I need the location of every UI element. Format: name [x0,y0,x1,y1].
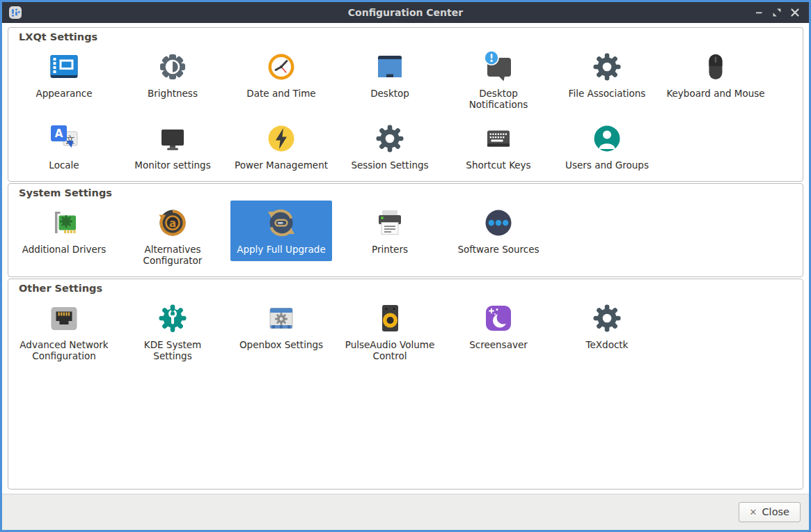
desktop-icon [372,49,408,85]
section-title: LXQt Settings [10,30,801,45]
window-title: Configuration Center [2,7,809,18]
launcher-printers[interactable]: Printers [339,201,441,261]
footer-bar: ✕ Close [2,494,809,530]
launcher-label: Screensaver [449,340,548,351]
launcher-keyboard-and-mouse[interactable]: Keyboard and Mouse [665,45,766,105]
launcher-label: Alternatives Configurator [123,244,222,267]
power-bolt-icon [263,120,299,157]
launcher-label: Power Management [232,160,331,171]
launcher-label: Locale [15,160,113,171]
configuration-center-icon [8,6,22,19]
launcher-screensaver[interactable]: Screensaver [448,296,549,357]
section-other-settings: Other Settings Advanced Network Configur… [8,279,803,490]
launcher-locale[interactable]: 文 A Locale [13,116,115,177]
configuration-center-window: Configuration Center LXQt Settings [0,0,811,532]
launcher-label: TeXdoctk [558,340,656,351]
wrench-gear-icon [155,300,191,336]
launcher-label: Monitor settings [123,160,222,171]
gear-icon [372,120,408,157]
svg-text:A: A [55,127,63,140]
upgrade-refresh-icon [263,205,299,241]
launcher-texdoctk[interactable]: TeXdoctk [556,296,658,357]
gear-icon [589,300,625,336]
launcher-alternatives-configurator[interactable]: a Alternatives Configurator [122,201,223,272]
clock-icon [263,49,299,85]
launcher-openbox-settings[interactable]: Openbox Settings [230,296,332,357]
mouse-icon [698,49,734,85]
launcher-label: Openbox Settings [232,340,331,351]
launcher-label: Printers [340,244,439,256]
window-controls [753,7,809,19]
titlebar[interactable]: Configuration Center [2,2,809,23]
launcher-label: Desktop [340,88,439,100]
launcher-software-sources[interactable]: Software Sources [448,201,549,261]
launcher-grid: Advanced Network Configuration KDE Syste… [10,296,801,368]
speaker-icon [372,300,408,336]
launcher-label: PulseAudio Volume Control [340,340,439,362]
user-circle-icon [589,120,625,157]
translate-icon: 文 A [46,120,82,157]
launcher-grid: Additional Drivers a Alternatives Config… [10,201,801,272]
close-button-label: Close [762,506,790,517]
ethernet-port-icon [46,300,82,336]
monitor-icon [155,120,191,157]
section-title: System Settings [10,186,801,201]
launcher-apply-full-upgrade[interactable]: Apply Full Upgrade [230,201,332,261]
launcher-session-settings[interactable]: Session Settings [339,116,441,177]
launcher-appearance[interactable]: Appearance [13,45,115,105]
launcher-shortcut-keys[interactable]: Shortcut Keys [448,116,549,177]
pci-card-icon [46,205,82,241]
minimize-button[interactable] [753,7,764,19]
launcher-label: Brightness [123,88,222,100]
launcher-label: KDE System Settings [123,340,222,362]
launcher-label: Shortcut Keys [449,160,548,171]
launcher-label: Advanced Network Configuration [15,340,113,362]
launcher-label: Software Sources [449,244,548,256]
launcher-file-associations[interactable]: File Associations [556,45,658,105]
maximize-button[interactable] [771,7,782,19]
alternatives-icon: a [155,205,191,241]
moon-stars-icon [480,300,517,336]
launcher-advanced-network-configuration[interactable]: Advanced Network Configuration [13,296,115,368]
close-window-button[interactable] [789,7,801,19]
launcher-pulseaudio-volume-control[interactable]: PulseAudio Volume Control [339,296,441,368]
close-icon: ✕ [750,508,757,517]
sections: LXQt Settings Appearance Brightness Date… [8,27,803,491]
printer-icon [372,205,408,241]
launcher-label: Date and Time [232,88,331,100]
launcher-additional-drivers[interactable]: Additional Drivers [13,201,115,261]
gear-icon [589,49,625,85]
svg-text:a: a [169,217,176,229]
launcher-desktop-notifications[interactable]: Desktop Notifications [448,45,549,116]
launcher-label: Additional Drivers [15,244,113,256]
section-system-settings: System Settings Additional Drivers a Alt… [8,183,803,277]
section-lxqt-settings: LXQt Settings Appearance Brightness Date… [8,27,803,182]
launcher-power-management[interactable]: Power Management [230,116,332,177]
launcher-label: File Associations [558,88,656,100]
launcher-kde-system-settings[interactable]: KDE System Settings [122,296,223,368]
launcher-grid: Appearance Brightness Date and Time Desk… [10,45,801,177]
brightness-icon [155,49,191,85]
section-title: Other Settings [10,281,801,296]
launcher-label: Apply Full Upgrade [232,244,331,256]
launcher-label: Session Settings [340,160,439,171]
launcher-label: Users and Groups [558,160,656,171]
launcher-label: Appearance [15,88,113,100]
keyboard-icon [480,120,517,157]
launcher-label: Desktop Notifications [449,88,548,111]
content-area: LXQt Settings Appearance Brightness Date… [2,23,809,494]
launcher-desktop[interactable]: Desktop [339,45,441,105]
launcher-label: Keyboard and Mouse [666,88,765,100]
launcher-date-and-time[interactable]: Date and Time [230,45,332,105]
close-dialog-button[interactable]: ✕ Close [739,502,801,522]
notification-bubble-icon [480,49,517,85]
window-gear-icon [263,300,299,336]
appearance-icon [46,49,82,85]
launcher-brightness[interactable]: Brightness [122,45,223,105]
launcher-monitor-settings[interactable]: Monitor settings [122,116,223,177]
launcher-users-and-groups[interactable]: Users and Groups [556,116,658,177]
software-sources-icon [480,205,517,241]
